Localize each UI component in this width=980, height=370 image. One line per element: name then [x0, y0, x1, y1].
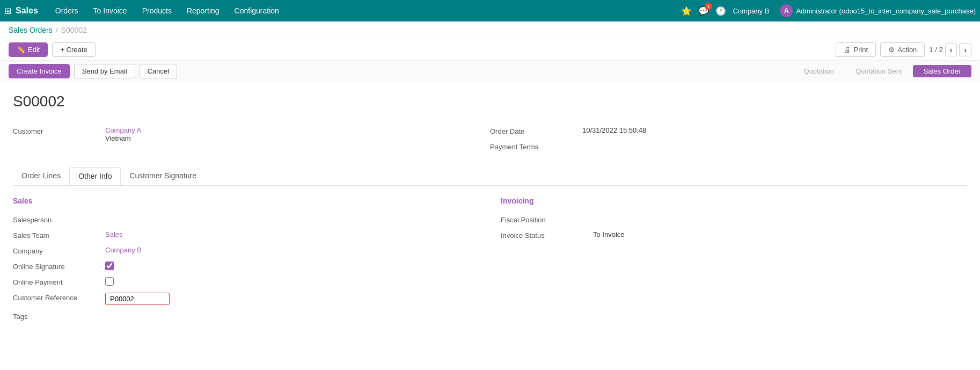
chat-badge: 1	[705, 3, 712, 10]
breadcrumb-separator: /	[56, 26, 58, 34]
user-name: Administrator (odoo15_to_inter_company_s…	[796, 7, 976, 15]
user-menu[interactable]: A Administrator (odoo15_to_inter_company…	[780, 4, 976, 17]
customer-name[interactable]: Company A	[105, 126, 141, 134]
online-signature-row: Online Signature	[13, 258, 479, 274]
tab-other-info[interactable]: Other Info	[69, 167, 121, 186]
company-row: Company Company B	[13, 243, 479, 258]
customer-row: Customer Company A Vietnam	[13, 123, 490, 146]
create-invoice-label: Create Invoice	[17, 67, 62, 75]
breadcrumb-parent[interactable]: Sales Orders	[9, 26, 53, 34]
customer-value: Company A Vietnam	[105, 126, 141, 142]
send-email-label: Send by Email	[82, 67, 127, 75]
customer-reference-input[interactable]	[105, 293, 170, 305]
order-date-value: 10/31/2022 15:50:48	[582, 126, 646, 134]
create-button[interactable]: + Create	[52, 42, 95, 57]
payment-terms-row: Payment Terms	[490, 139, 967, 154]
company-value[interactable]: Company B	[105, 246, 142, 254]
tab-order-lines[interactable]: Order Lines	[13, 167, 69, 186]
tab-bar: Order Lines Other Info Customer Signatur…	[13, 167, 967, 186]
nav-configuration[interactable]: Configuration	[228, 4, 286, 17]
pagination: 1 / 2 ‹ ›	[929, 43, 971, 56]
user-avatar: A	[780, 4, 793, 17]
invoice-status-value: To Invoice	[593, 230, 625, 238]
customer-label: Customer	[13, 126, 99, 135]
app-grid-icon[interactable]: ⊞	[4, 6, 11, 16]
cancel-label: Cancel	[148, 67, 169, 75]
invoice-status-row: Invoice Status To Invoice	[501, 227, 967, 243]
fiscal-position-row: Fiscal Position	[501, 212, 967, 227]
left-col: Sales Salesperson Sales Team Sales Compa…	[13, 197, 479, 324]
top-navigation: ⊞ Sales Orders To Invoice Products Repor…	[0, 0, 980, 21]
header-form: Customer Company A Vietnam Order Date 10…	[13, 123, 967, 154]
main-content: S00002 Customer Company A Vietnam Order …	[0, 82, 980, 335]
sales-team-label: Sales Team	[13, 230, 99, 240]
topbar-right: ⭐ 💬 1 🕐 Company B A Administrator (odoo1…	[681, 4, 976, 17]
nav-reporting[interactable]: Reporting	[180, 4, 226, 17]
online-payment-label: Online Payment	[13, 277, 99, 286]
gear-icon: ⚙	[888, 46, 895, 54]
create-label: + Create	[60, 46, 87, 54]
action-button[interactable]: ⚙ Action	[880, 42, 925, 57]
breadcrumb-current: S00002	[61, 26, 87, 34]
sales-team-row: Sales Team Sales	[13, 227, 479, 243]
action-label: Action	[897, 46, 917, 54]
invoice-status-label: Invoice Status	[501, 230, 587, 240]
order-date-row: Order Date 10/31/2022 15:50:48	[490, 123, 967, 139]
send-email-button[interactable]: Send by Email	[74, 64, 135, 78]
left-header-section: Customer Company A Vietnam	[13, 123, 490, 154]
breadcrumb: Sales Orders / S00002	[0, 21, 980, 39]
tags-label: Tags	[13, 311, 99, 321]
status-bar: Create Invoice Send by Email Cancel Quot…	[0, 61, 980, 82]
company-name: Company B	[733, 7, 769, 15]
nav-orders[interactable]: Orders	[49, 4, 85, 17]
toolbar: ✏️ Edit + Create 🖨 Print ⚙ Action 1 / 2 …	[0, 39, 980, 61]
invoicing-heading: Invoicing	[501, 197, 967, 205]
print-icon: 🖨	[844, 46, 851, 54]
nav-to-invoice[interactable]: To Invoice	[87, 4, 134, 17]
step-quotation[interactable]: Quotation	[793, 65, 845, 77]
company-label: Company	[13, 246, 99, 255]
activity-icon[interactable]: ⭐	[681, 6, 692, 16]
create-invoice-button[interactable]: Create Invoice	[9, 64, 70, 78]
tags-row: Tags	[13, 308, 479, 324]
chat-icon[interactable]: 💬 1	[698, 6, 709, 16]
edit-label: Edit	[28, 46, 40, 54]
tab-customer-signature[interactable]: Customer Signature	[121, 167, 205, 186]
step-sales-order[interactable]: Sales Order	[913, 65, 971, 77]
next-page-button[interactable]: ›	[959, 43, 971, 56]
print-label: Print	[853, 46, 868, 54]
fiscal-position-label: Fiscal Position	[501, 215, 587, 224]
sales-team-value[interactable]: Sales	[105, 230, 123, 238]
edit-button[interactable]: ✏️ Edit	[9, 42, 48, 57]
nav-menu: Orders To Invoice Products Reporting Con…	[49, 4, 682, 17]
salesperson-row: Salesperson	[13, 212, 479, 227]
other-info-content: Sales Salesperson Sales Team Sales Compa…	[13, 197, 967, 324]
sales-heading: Sales	[13, 197, 479, 205]
cancel-button[interactable]: Cancel	[140, 64, 177, 78]
customer-country: Vietnam	[105, 134, 141, 142]
nav-products[interactable]: Products	[136, 4, 178, 17]
prev-page-button[interactable]: ‹	[945, 43, 957, 56]
status-action-buttons: Create Invoice Send by Email Cancel	[9, 64, 177, 78]
customer-reference-row: Customer Reference	[13, 289, 479, 308]
salesperson-label: Salesperson	[13, 215, 99, 224]
status-steps: Quotation Quotation Sent Sales Order	[793, 65, 971, 77]
online-signature-checkbox[interactable]	[105, 262, 114, 270]
edit-icon: ✏️	[17, 46, 25, 54]
step-quotation-sent[interactable]: Quotation Sent	[845, 65, 913, 77]
online-payment-checkbox[interactable]	[105, 277, 114, 286]
order-date-label: Order Date	[490, 126, 576, 135]
clock-icon[interactable]: 🕐	[715, 6, 726, 16]
customer-reference-label: Customer Reference	[13, 293, 99, 302]
payment-terms-label: Payment Terms	[490, 142, 576, 151]
right-header-section: Order Date 10/31/2022 15:50:48 Payment T…	[490, 123, 967, 154]
online-signature-label: Online Signature	[13, 262, 99, 271]
print-button[interactable]: 🖨 Print	[836, 42, 876, 57]
pagination-text: 1 / 2	[929, 46, 942, 54]
app-name[interactable]: Sales	[16, 6, 38, 16]
right-col: Invoicing Fiscal Position Invoice Status…	[501, 197, 967, 324]
online-payment-row: Online Payment	[13, 274, 479, 289]
record-title: S00002	[13, 93, 967, 110]
